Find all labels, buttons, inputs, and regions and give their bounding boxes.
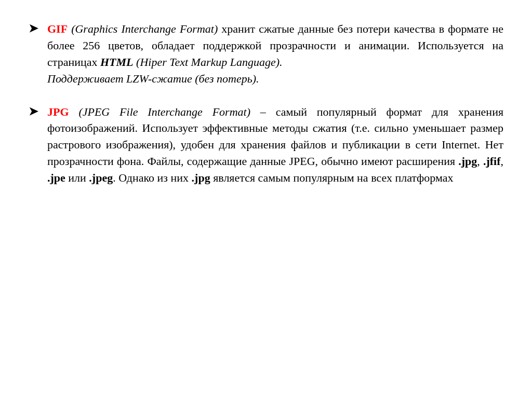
gif-section: ➤ GIF (Graphics Interchange Format) хран… bbox=[29, 21, 503, 87]
ext-jpg: .jpg bbox=[458, 155, 477, 168]
ext-jfif: .jfif bbox=[483, 155, 501, 168]
jpg-text: JPG (JPEG File Interchange Format) – сам… bbox=[47, 104, 503, 186]
gif-subtitle: (Graphics Interchange Format) bbox=[71, 22, 218, 35]
jpg-text3: . Однако из них bbox=[113, 171, 191, 184]
comma2: , bbox=[501, 155, 504, 168]
comma1: , bbox=[477, 155, 483, 168]
jpg-dash: – bbox=[250, 105, 276, 118]
gif-text: GIF (Graphics Interchange Format) хранит… bbox=[47, 21, 503, 87]
bullet-arrow-jpg: ➤ bbox=[29, 105, 38, 118]
content-area: ➤ GIF (Graphics Interchange Format) хран… bbox=[0, 0, 532, 224]
gif-keyword: GIF bbox=[47, 22, 68, 35]
jpg-section: ➤ JPG (JPEG File Interchange Format) – с… bbox=[29, 104, 503, 186]
gif-text2: Поддерживает LZW-сжатие (без потерь). bbox=[47, 72, 259, 85]
ext-jpg-final: .jpg bbox=[192, 171, 210, 184]
ext-jpeg: .jpeg bbox=[89, 171, 113, 184]
ext-jpe: .jpe bbox=[47, 171, 65, 184]
jpg-keyword: JPG bbox=[47, 105, 69, 118]
jpg-text2: или bbox=[65, 171, 89, 184]
bullet-arrow-gif: ➤ bbox=[29, 22, 38, 35]
jpg-subtitle: (JPEG File Interchange Format) bbox=[78, 105, 250, 118]
jpg-text4: является самым популярным на всех платфо… bbox=[210, 171, 454, 184]
html-keyword: HTML bbox=[100, 56, 134, 68]
html-subtitle: (Hiper Text Markup Language). bbox=[136, 56, 283, 68]
